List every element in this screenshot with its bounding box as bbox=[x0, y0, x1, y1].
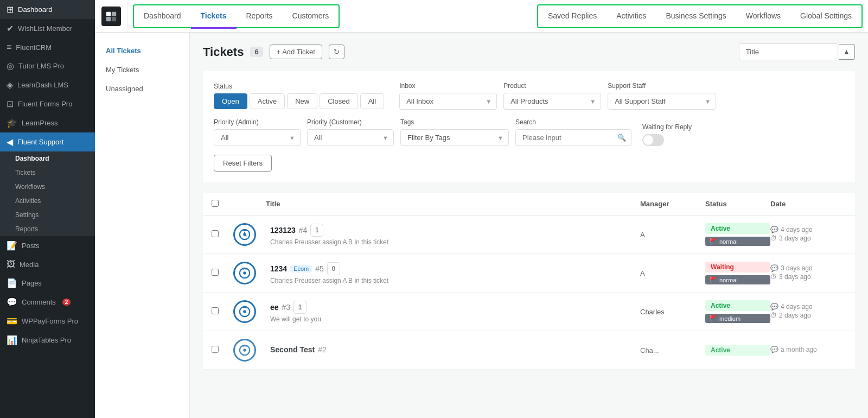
product-select[interactable]: All Products bbox=[503, 93, 601, 110]
table-row[interactable]: ee #3 1 We will get to you Charles Activ… bbox=[203, 293, 855, 331]
row-select-checkbox[interactable] bbox=[212, 269, 219, 276]
waiting-reply-toggle[interactable] bbox=[642, 134, 664, 146]
sidebar-section-tickets[interactable]: Tickets bbox=[0, 166, 95, 180]
sidebar-item-learndash[interactable]: ◈ LearnDash LMS bbox=[0, 75, 95, 94]
sidebar-item-media[interactable]: 🖼 Media bbox=[0, 255, 95, 274]
table-header: Title Manager Status Date bbox=[203, 193, 855, 216]
sidebar-item-tutorlms[interactable]: ◎ Tutor LMS Pro bbox=[0, 56, 95, 75]
status-all[interactable]: All bbox=[360, 93, 384, 109]
sort-select[interactable]: Title bbox=[739, 43, 837, 60]
sidebar-item-learnpress[interactable]: 🎓 LearnPress bbox=[0, 113, 95, 132]
nav-saved-replies[interactable]: Saved Replies bbox=[538, 5, 607, 29]
fluent-support-section: Dashboard Tickets Workflows Activities S… bbox=[0, 151, 95, 236]
sidebar-section-dashboard[interactable]: Dashboard bbox=[0, 151, 95, 166]
table-row[interactable]: 123123 #4 1 Charles Preusser assign A B … bbox=[203, 216, 855, 254]
nav-dashboard[interactable]: Dashboard bbox=[134, 5, 191, 29]
filter-row-1: Status Open Active New Closed All Inbox bbox=[214, 82, 844, 110]
reset-filters-row: Reset Filters bbox=[214, 155, 844, 172]
sidebar-section-workflows[interactable]: Workflows bbox=[0, 180, 95, 194]
reply-count: 1 bbox=[310, 224, 323, 237]
sidebar-item-fluentsupport[interactable]: ◀ Fluent Support bbox=[0, 132, 95, 151]
refresh-button[interactable]: ↻ bbox=[329, 45, 344, 59]
sidebar-item-pages[interactable]: 📄 Pages bbox=[0, 274, 95, 293]
nav-tickets[interactable]: Tickets bbox=[191, 5, 237, 29]
content-area: All Tickets My Tickets Unassigned Ticket… bbox=[95, 33, 868, 418]
support-staff-label: Support Staff bbox=[608, 82, 716, 90]
status-new[interactable]: New bbox=[287, 93, 317, 109]
sidebar-item-dashboard[interactable]: ⊞ Dashboard bbox=[0, 0, 95, 19]
row-select-checkbox[interactable] bbox=[212, 230, 219, 237]
nav-left: Dashboard Tickets Reports Customers bbox=[133, 4, 340, 28]
inbox-select[interactable]: All Inbox bbox=[399, 93, 497, 110]
panel-my-tickets[interactable]: My Tickets bbox=[95, 60, 189, 79]
tickets-table: Title Manager Status Date bbox=[203, 193, 855, 370]
status-closed[interactable]: Closed bbox=[320, 93, 358, 109]
header-status-col: Status bbox=[705, 200, 770, 208]
ticket-title-line: 123123 #4 1 bbox=[270, 224, 640, 237]
sidebar-item-comments[interactable]: 💬 Comments 2 bbox=[0, 293, 95, 312]
comments-badge: 2 bbox=[62, 299, 71, 306]
ticket-title-line: Second Test #2 bbox=[270, 345, 640, 354]
support-staff-select[interactable]: All Support Staff bbox=[608, 93, 716, 110]
priority-admin-select[interactable]: All bbox=[214, 129, 301, 146]
nav-global-settings[interactable]: Global Settings bbox=[790, 5, 861, 29]
ticket-subtitle: Charles Preusser assign A B in this tick… bbox=[270, 277, 640, 284]
sidebar-item-wishlist[interactable]: ✔ WishList Member bbox=[0, 19, 95, 38]
inbox-filter-group: Inbox All Inbox ▼ bbox=[399, 82, 497, 110]
date-created: ⏱ 3 days ago bbox=[770, 273, 846, 281]
reset-filters-button[interactable]: Reset Filters bbox=[214, 155, 272, 172]
sidebar-item-wppayforms[interactable]: 💳 WPPayForms Pro bbox=[0, 312, 95, 331]
title-dropdown: Title ▲ bbox=[739, 43, 855, 60]
select-all-checkbox[interactable] bbox=[212, 200, 219, 207]
nav-business-settings[interactable]: Business Settings bbox=[656, 5, 736, 29]
sidebar-section-reports[interactable]: Reports bbox=[0, 222, 95, 236]
date-reply: 💬 a month ago bbox=[770, 346, 846, 353]
ticket-info: Second Test #2 bbox=[266, 345, 640, 356]
svg-rect-0 bbox=[106, 11, 110, 16]
ticket-date: 💬 a month ago bbox=[770, 346, 846, 354]
app-logo bbox=[101, 7, 121, 26]
tags-select[interactable]: Filter By Tags bbox=[400, 129, 509, 146]
nav-workflows[interactable]: Workflows bbox=[736, 5, 790, 29]
priority-badge: 🚩 normal bbox=[705, 275, 770, 284]
ticket-date: 💬 4 days ago ⏱ 2 days ago bbox=[770, 303, 846, 320]
waiting-reply-label: Waiting for Reply bbox=[642, 123, 692, 131]
priority-customer-group: Priority (Customer) All ▼ bbox=[307, 118, 394, 146]
ticket-icon bbox=[233, 223, 256, 246]
tickets-title: Tickets bbox=[203, 45, 244, 59]
filters-section: Status Open Active New Closed All Inbox bbox=[203, 71, 855, 182]
status-active[interactable]: Active bbox=[250, 93, 285, 109]
nav-customers[interactable]: Customers bbox=[283, 5, 339, 29]
nav-activities[interactable]: Activities bbox=[607, 5, 656, 29]
status-open[interactable]: Open bbox=[214, 93, 247, 109]
priority-customer-select[interactable]: All bbox=[307, 129, 394, 146]
search-input[interactable] bbox=[515, 129, 631, 146]
top-nav: Dashboard Tickets Reports Customers Save… bbox=[95, 0, 868, 33]
ticket-status: Active bbox=[705, 345, 770, 356]
table-row[interactable]: 1234 Ecom #5 0 Charles Preusser assign A… bbox=[203, 254, 855, 293]
sort-direction-button[interactable]: ▲ bbox=[839, 44, 855, 60]
row-select-checkbox[interactable] bbox=[212, 307, 219, 314]
nav-reports[interactable]: Reports bbox=[237, 5, 283, 29]
sidebar-section-activities[interactable]: Activities bbox=[0, 194, 95, 208]
sidebar-section-settings[interactable]: Settings bbox=[0, 208, 95, 222]
sidebar-item-fluentforms[interactable]: ⊡ Fluent Forms Pro bbox=[0, 94, 95, 113]
ticket-info: ee #3 1 We will get to you bbox=[266, 301, 640, 323]
row-select-checkbox[interactable] bbox=[212, 346, 219, 353]
reply-count: 0 bbox=[327, 262, 340, 275]
fluentforms-icon: ⊡ bbox=[7, 99, 14, 109]
logo-area bbox=[95, 0, 127, 32]
status-buttons: Open Active New Closed All bbox=[214, 93, 384, 109]
sidebar-item-fluentcrm[interactable]: ≡ FluentCRM bbox=[0, 38, 95, 56]
ticket-manager: A bbox=[640, 231, 705, 239]
inbox-label: Inbox bbox=[399, 82, 497, 90]
panel-all-tickets[interactable]: All Tickets bbox=[95, 41, 189, 60]
table-row[interactable]: Second Test #2 Cha... Active 💬 a month a… bbox=[203, 331, 855, 370]
ticket-avatar bbox=[233, 262, 266, 284]
priority-customer-label: Priority (Customer) bbox=[307, 118, 394, 126]
panel-unassigned[interactable]: Unassigned bbox=[95, 79, 189, 98]
add-ticket-button[interactable]: + Add Ticket bbox=[270, 45, 322, 59]
sidebar-item-posts[interactable]: 📝 Posts bbox=[0, 236, 95, 255]
sidebar-item-ninjatables[interactable]: 📊 NinjaTables Pro bbox=[0, 331, 95, 350]
ticket-id: #4 bbox=[299, 226, 308, 235]
